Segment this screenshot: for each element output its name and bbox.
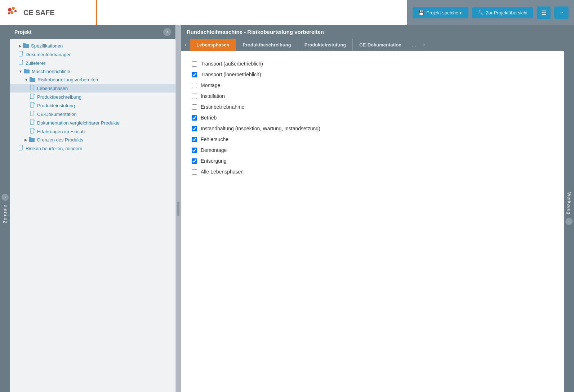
checkbox-label: Erstinbetriebnahme bbox=[201, 104, 244, 110]
list-item: Installation bbox=[192, 91, 553, 102]
svg-point-3 bbox=[10, 11, 13, 14]
save-button-label: Projekt speichern bbox=[426, 10, 462, 15]
tree-item-label: Dokumentation vergleichbarer Produkte bbox=[37, 120, 120, 126]
file-icon bbox=[19, 145, 23, 152]
main-container: › Zentrale Projekt ‹ ▶SpezifikationenDok… bbox=[0, 25, 574, 392]
checkbox-label: Installation bbox=[201, 93, 225, 99]
tree-item-label: Produkteinstufung bbox=[37, 103, 75, 108]
save-icon: 💾 bbox=[418, 10, 424, 15]
tree-item-label: Zulieferer bbox=[26, 60, 45, 66]
tab[interactable]: CE-Dokumentation bbox=[353, 39, 408, 51]
header-buttons: 💾 Projekt speichern 🔧 Zur Projektübersic… bbox=[407, 0, 574, 25]
tree-arrow: ▼ bbox=[25, 78, 28, 82]
checkbox-input[interactable] bbox=[192, 61, 197, 67]
file-icon bbox=[30, 102, 35, 109]
tree-item-label: Produktbeschreibung bbox=[37, 94, 81, 100]
sidebar-divider[interactable] bbox=[176, 25, 181, 392]
checkbox-input[interactable] bbox=[192, 83, 197, 88]
tree-item[interactable]: Dokumentation vergleichbarer Produkte bbox=[10, 118, 175, 127]
save-project-button[interactable]: 💾 Projekt speichern bbox=[413, 7, 468, 18]
left-handle-arrow[interactable]: › bbox=[1, 194, 9, 201]
tree-item-label: Maschinenrichlinie bbox=[32, 69, 70, 74]
svg-rect-5 bbox=[23, 44, 29, 48]
content-area: Rundschleifmaschine - Risikobeurteilung … bbox=[181, 25, 564, 392]
checkbox-input[interactable] bbox=[192, 94, 197, 99]
tree-item-label: Grenzen des Produkts bbox=[37, 137, 83, 143]
left-handle[interactable]: › Zentrale bbox=[0, 25, 10, 392]
tree-item[interactable]: Zulieferer bbox=[10, 59, 175, 67]
checkbox-input[interactable] bbox=[192, 158, 197, 164]
checkbox-input[interactable] bbox=[192, 104, 197, 110]
list-item: Instandhaltung (Inspektion, Wartung, Ins… bbox=[192, 123, 553, 134]
sidebar: Projekt ‹ ▶SpezifikationenDokumentenmana… bbox=[10, 25, 176, 392]
file-icon bbox=[19, 51, 23, 58]
tree-item[interactable]: Lebensphasen bbox=[10, 84, 175, 93]
tree-item[interactable]: Dokumentenmanager bbox=[10, 50, 175, 59]
logo-area: CE SAFE bbox=[0, 0, 97, 25]
tree-item[interactable]: Produktbeschreibung bbox=[10, 93, 175, 101]
left-handle-label: Zentrale bbox=[3, 204, 8, 223]
list-item: Transport (außerbetrieblich) bbox=[192, 58, 553, 69]
tree-arrow: ▶ bbox=[25, 138, 27, 142]
tab[interactable]: Produkteinstufung bbox=[298, 39, 353, 51]
svg-rect-15 bbox=[30, 102, 34, 107]
tree-item[interactable]: ▶Grenzen des Produkts bbox=[10, 136, 175, 144]
tree-item[interactable]: CE-Dokumentation bbox=[10, 110, 175, 118]
tab-more[interactable]: ... bbox=[408, 39, 419, 50]
checkbox-input[interactable] bbox=[192, 126, 197, 131]
tree-arrow: ▼ bbox=[19, 69, 22, 73]
svg-point-0 bbox=[8, 8, 12, 12]
checkbox-input[interactable] bbox=[192, 169, 197, 175]
list-item: Transport (innerbetrieblich) bbox=[192, 69, 553, 80]
folder-icon bbox=[30, 77, 35, 83]
file-icon bbox=[19, 60, 23, 66]
file-icon bbox=[30, 111, 35, 117]
logout-button[interactable]: → bbox=[554, 6, 569, 19]
right-handle-arrow[interactable]: ‹ bbox=[565, 218, 573, 225]
content-header: Rundschleifmaschine - Risikobeurteilung … bbox=[181, 25, 564, 39]
tree-item-label: Erfahrungen im Einsatz bbox=[37, 129, 86, 134]
tree-item-label: Dokumentenmanager bbox=[26, 52, 71, 57]
checkbox-label: Instandhaltung (Inspektion, Wartung, Ins… bbox=[201, 126, 320, 131]
tab[interactable]: Produktbeschreibung bbox=[236, 39, 298, 51]
tab-next-button[interactable]: › bbox=[419, 39, 428, 51]
svg-rect-11 bbox=[30, 78, 35, 82]
tree-item-label: Risikobeurteilung vorbereiten bbox=[37, 77, 98, 82]
wrench-icon: 🔧 bbox=[478, 10, 484, 15]
tree-item[interactable]: ▼Maschinenrichlinie bbox=[10, 67, 175, 76]
checklist: Transport (außerbetrieblich)Transport (i… bbox=[192, 58, 553, 177]
tree-item[interactable]: ▼Risikobeurteilung vorbereiten bbox=[10, 76, 175, 84]
project-overview-button[interactable]: 🔧 Zur Projektübersicht bbox=[472, 7, 533, 18]
tab[interactable]: Lebensphasen bbox=[190, 39, 236, 51]
sidebar-title: Projekt bbox=[14, 29, 31, 35]
tree-item-label: Risiken beurteilen, mindern bbox=[26, 146, 83, 151]
list-item: Fehlersuche bbox=[192, 134, 553, 145]
checkbox-input[interactable] bbox=[192, 115, 197, 121]
logout-icon: → bbox=[559, 9, 564, 16]
tree-item[interactable]: Produkteinstufung bbox=[10, 101, 175, 110]
svg-rect-19 bbox=[29, 138, 35, 142]
tree-item[interactable]: Risiken beurteilen, mindern bbox=[10, 144, 175, 153]
checkbox-input[interactable] bbox=[192, 72, 197, 77]
svg-rect-21 bbox=[19, 145, 22, 150]
tree-arrow: ▶ bbox=[19, 44, 22, 48]
menu-button[interactable]: ☰ bbox=[537, 6, 551, 19]
tree-item[interactable]: ▶Spezifikationen bbox=[10, 42, 175, 50]
tree-item[interactable]: Erfahrungen im Einsatz bbox=[10, 127, 175, 136]
checkbox-label: Entsorgung bbox=[201, 158, 227, 164]
svg-point-1 bbox=[12, 7, 15, 10]
svg-rect-17 bbox=[30, 120, 34, 125]
svg-rect-14 bbox=[30, 94, 34, 99]
sidebar-collapse-button[interactable]: ‹ bbox=[163, 28, 171, 36]
list-item: Demontage bbox=[192, 145, 553, 156]
checkbox-input[interactable] bbox=[192, 137, 197, 142]
svg-rect-8 bbox=[19, 60, 22, 65]
right-handle[interactable]: Werkzeug ‹ bbox=[564, 25, 574, 392]
checkbox-label: Fehlersuche bbox=[201, 136, 228, 142]
svg-rect-6 bbox=[23, 43, 26, 44]
file-icon bbox=[30, 120, 35, 126]
checkbox-input[interactable] bbox=[192, 148, 197, 153]
svg-point-2 bbox=[14, 10, 17, 12]
tab-prev-button[interactable]: ‹ bbox=[181, 39, 190, 51]
file-icon bbox=[30, 128, 35, 135]
